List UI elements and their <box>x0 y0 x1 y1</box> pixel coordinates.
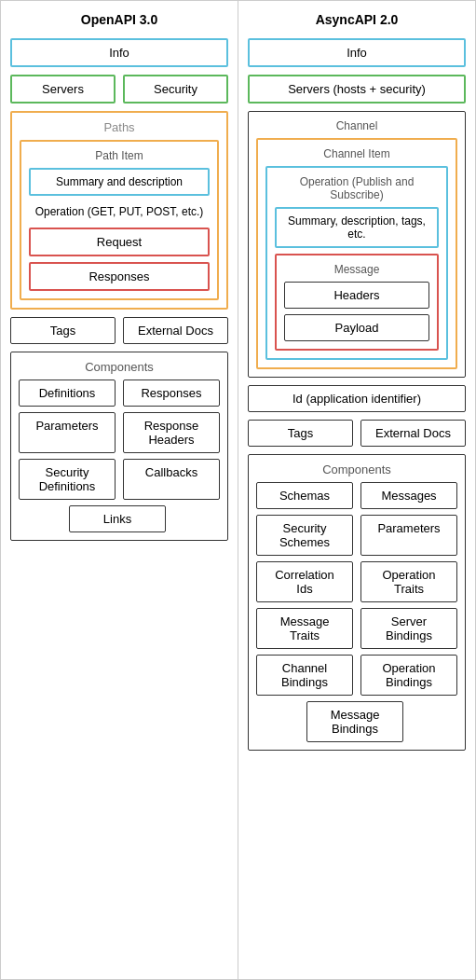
openapi-responses-label: Responses <box>88 269 149 283</box>
openapi-parameters-box: Parameters <box>19 412 116 453</box>
asyncapi-operation-container: Operation (Publish and Subscribe) Summar… <box>265 166 448 360</box>
openapi-components-container: Components Definitions Responses Paramet… <box>10 352 228 541</box>
openapi-security-definitions-box: Security Definitions <box>19 459 116 500</box>
asyncapi-headers-box: Headers <box>284 282 429 309</box>
openapi-security-box: Security <box>123 75 228 104</box>
asyncapi-servers-box: Servers (hosts + security) <box>248 75 466 104</box>
asyncapi-summary-box: Summary, description, tags, etc. <box>275 207 439 248</box>
openapi-title: OpenAPI 3.0 <box>81 12 157 27</box>
openapi-operation-label: Operation (GET, PUT, POST, etc.) <box>35 201 204 222</box>
asyncapi-channel-bindings-label: Channel Bindings <box>281 661 328 689</box>
openapi-callbacks-box: Callbacks <box>123 459 220 500</box>
openapi-parameters-label: Parameters <box>35 419 98 433</box>
openapi-responses-box: Responses <box>29 262 210 291</box>
openapi-path-item-label: Path Item <box>95 149 143 162</box>
openapi-info-label: Info <box>109 46 129 60</box>
openapi-servers-security-row: Servers Security <box>10 75 228 104</box>
asyncapi-schemas-label: Schemas <box>279 489 330 503</box>
asyncapi-title: AsyncAPI 2.0 <box>316 12 399 27</box>
asyncapi-headers-label: Headers <box>333 288 379 302</box>
asyncapi-correlation-ids-box: Correlation Ids <box>256 561 353 602</box>
comparison-page: OpenAPI 3.0 Info Servers Security Paths … <box>0 0 476 980</box>
openapi-paths-container: Paths Path Item Summary and description … <box>10 111 228 310</box>
openapi-response-headers-box: Response Headers <box>123 412 220 453</box>
openapi-servers-label: Servers <box>42 82 84 96</box>
asyncapi-external-docs-box: External Docs <box>360 420 466 447</box>
asyncapi-payload-label: Payload <box>335 321 379 335</box>
openapi-comp-row1: Definitions Responses <box>19 380 220 407</box>
openapi-external-docs-label: External Docs <box>138 324 213 338</box>
asyncapi-channel-item-container: Channel Item Operation (Publish and Subs… <box>256 138 457 369</box>
asyncapi-message-label: Message <box>334 263 380 276</box>
asyncapi-comp-row2: Security Schemes Parameters <box>256 515 457 556</box>
asyncapi-security-schemes-box: Security Schemes <box>256 515 353 556</box>
asyncapi-components-container: Components Schemas Messages Security Sch… <box>248 454 466 751</box>
asyncapi-schemas-box: Schemas <box>256 482 353 509</box>
openapi-request-label: Request <box>97 235 142 249</box>
asyncapi-operation-traits-label: Operation Traits <box>382 568 435 596</box>
asyncapi-channel-bindings-box: Channel Bindings <box>256 655 353 696</box>
openapi-callbacks-label: Callbacks <box>145 465 197 479</box>
asyncapi-id-box: Id (application identifier) <box>248 385 466 412</box>
openapi-response-headers-label: Response Headers <box>144 419 199 447</box>
asyncapi-server-bindings-label: Server Bindings <box>386 614 432 642</box>
openapi-tags-label: Tags <box>50 324 75 338</box>
openapi-security-definitions-label: Security Definitions <box>39 465 96 493</box>
openapi-links-wrapper: Links <box>69 505 170 532</box>
openapi-summary-label: Summary and description <box>56 175 183 188</box>
openapi-request-box: Request <box>29 228 210 256</box>
asyncapi-channel-label: Channel <box>336 119 378 132</box>
openapi-responses-comp-label: Responses <box>141 386 201 400</box>
openapi-column: OpenAPI 3.0 Info Servers Security Paths … <box>1 1 238 979</box>
openapi-comp-row3: Security Definitions Callbacks <box>19 459 220 500</box>
openapi-components-label: Components <box>85 360 154 374</box>
openapi-definitions-label: Definitions <box>39 386 96 400</box>
openapi-external-docs-box: External Docs <box>123 317 228 344</box>
asyncapi-channel-item-label: Channel Item <box>323 147 389 160</box>
openapi-tags-box: Tags <box>10 317 116 344</box>
asyncapi-messages-box: Messages <box>360 482 457 509</box>
asyncapi-servers-label: Servers (hosts + security) <box>288 82 426 96</box>
openapi-servers-box: Servers <box>10 75 116 104</box>
asyncapi-server-bindings-box: Server Bindings <box>360 608 457 649</box>
openapi-responses-comp-box: Responses <box>123 380 220 407</box>
asyncapi-message-bindings-wrapper: Message Bindings <box>306 701 407 742</box>
asyncapi-operation-bindings-label: Operation Bindings <box>382 661 435 689</box>
asyncapi-column: AsyncAPI 2.0 Info Servers (hosts + secur… <box>238 1 475 979</box>
openapi-definitions-box: Definitions <box>19 380 116 407</box>
openapi-links-box: Links <box>69 505 166 532</box>
asyncapi-comp-row4: Message Traits Server Bindings <box>256 608 457 649</box>
asyncapi-operation-bindings-box: Operation Bindings <box>360 655 457 696</box>
openapi-links-label: Links <box>103 512 131 526</box>
asyncapi-parameters-label: Parameters <box>377 521 440 535</box>
asyncapi-message-bindings-box: Message Bindings <box>306 701 403 742</box>
asyncapi-messages-label: Messages <box>381 489 436 503</box>
asyncapi-message-bindings-label: Message Bindings <box>331 708 380 736</box>
asyncapi-tags-label: Tags <box>288 426 313 440</box>
asyncapi-tags-extdocs-row: Tags External Docs <box>248 420 466 447</box>
asyncapi-info-box: Info <box>248 38 466 67</box>
openapi-security-label: Security <box>154 82 197 96</box>
asyncapi-operation-label: Operation (Publish and Subscribe) <box>275 175 439 201</box>
openapi-comp-row2: Parameters Response Headers <box>19 412 220 453</box>
asyncapi-message-traits-label: Message Traits <box>280 614 330 642</box>
asyncapi-tags-box: Tags <box>248 420 353 447</box>
asyncapi-comp-row5: Channel Bindings Operation Bindings <box>256 655 457 696</box>
asyncapi-id-label: Id (application identifier) <box>292 392 421 406</box>
openapi-summary-box: Summary and description <box>29 168 210 196</box>
asyncapi-comp-row1: Schemas Messages <box>256 482 457 509</box>
asyncapi-comp-row3: Correlation Ids Operation Traits <box>256 561 457 602</box>
asyncapi-payload-box: Payload <box>284 314 429 341</box>
asyncapi-operation-traits-box: Operation Traits <box>360 561 457 602</box>
openapi-path-item-container: Path Item Summary and description Operat… <box>20 140 219 300</box>
openapi-paths-label: Paths <box>103 120 134 134</box>
asyncapi-summary-label: Summary, description, tags, etc. <box>288 214 426 241</box>
asyncapi-external-docs-label: External Docs <box>375 426 451 440</box>
asyncapi-message-container: Message Headers Payload <box>275 254 439 351</box>
asyncapi-parameters-box: Parameters <box>360 515 457 556</box>
openapi-info-box: Info <box>10 38 228 67</box>
asyncapi-channel-container: Channel Channel Item Operation (Publish … <box>248 111 466 378</box>
asyncapi-message-traits-box: Message Traits <box>256 608 353 649</box>
openapi-tags-extdocs-row: Tags External Docs <box>10 317 228 344</box>
asyncapi-info-label: Info <box>347 46 367 60</box>
